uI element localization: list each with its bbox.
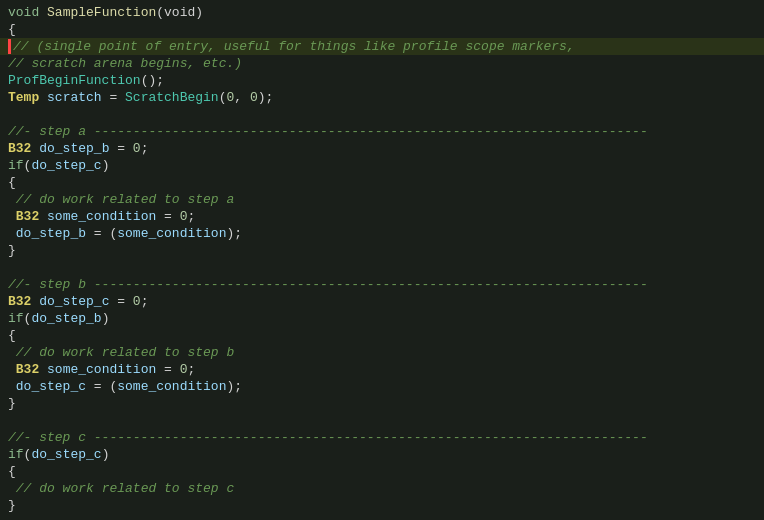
code-line: B32 do_step_b = 0; bbox=[0, 140, 764, 157]
code-line: do_step_c = (some_condition); bbox=[0, 378, 764, 395]
code-line: // do work related to step a bbox=[0, 191, 764, 208]
code-line: //- step b -----------------------------… bbox=[0, 276, 764, 293]
code-line: // do work related to step b bbox=[0, 344, 764, 361]
code-line bbox=[0, 106, 764, 123]
code-line: do_step_b = (some_condition); bbox=[0, 225, 764, 242]
code-line: void SampleFunction(void) bbox=[0, 4, 764, 21]
code-line: if(do_step_c) bbox=[0, 157, 764, 174]
code-line: if(do_step_c) bbox=[0, 446, 764, 463]
code-line: // do work related to step c bbox=[0, 480, 764, 497]
code-line: // scratch arena begins, etc.) bbox=[0, 55, 764, 72]
code-line: ProfBeginFunction(); bbox=[0, 72, 764, 89]
code-line: } bbox=[0, 395, 764, 412]
code-line bbox=[0, 514, 764, 520]
code-line: B32 do_step_c = 0; bbox=[0, 293, 764, 310]
code-line: { bbox=[0, 463, 764, 480]
code-line: B32 some_condition = 0; bbox=[0, 361, 764, 378]
code-line: // (single point of entry, useful for th… bbox=[0, 38, 764, 55]
code-line: Temp scratch = ScratchBegin(0, 0); bbox=[0, 89, 764, 106]
code-line bbox=[0, 412, 764, 429]
code-line: } bbox=[0, 497, 764, 514]
code-line: //- step c -----------------------------… bbox=[0, 429, 764, 446]
code-line: { bbox=[0, 327, 764, 344]
code-line bbox=[0, 259, 764, 276]
code-line: //- step a -----------------------------… bbox=[0, 123, 764, 140]
code-line: { bbox=[0, 174, 764, 191]
code-editor: void SampleFunction(void){// (single poi… bbox=[0, 0, 764, 520]
code-line: if(do_step_b) bbox=[0, 310, 764, 327]
code-line: B32 some_condition = 0; bbox=[0, 208, 764, 225]
code-line: } bbox=[0, 242, 764, 259]
code-line: { bbox=[0, 21, 764, 38]
